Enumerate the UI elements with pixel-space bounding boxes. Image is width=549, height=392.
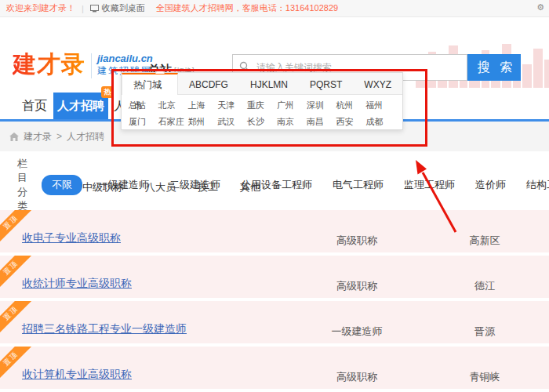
- nav-item-home[interactable]: 首页: [16, 93, 53, 119]
- filter-item-不限[interactable]: 不限: [42, 175, 82, 195]
- city-tab-WXYZ[interactable]: WXYZ: [353, 73, 402, 94]
- city-tab-热门城市[interactable]: 热门城市: [122, 73, 178, 95]
- city-link-西安[interactable]: 西安: [336, 116, 365, 128]
- city-tab-bar: 热门城市ABCDFGHJKLMNPQRSTWXYZ: [122, 73, 402, 95]
- top-bar: 欢迎来到建才录！ | 收藏到桌面 全国建筑人才招聘网，客服电话：13164102…: [0, 0, 549, 17]
- city-link-厦门[interactable]: 厦门: [129, 116, 158, 128]
- filter-item-其他[interactable]: 其他: [240, 180, 260, 194]
- filter-item-造价师[interactable]: 造价师: [475, 178, 506, 192]
- city-link-南昌[interactable]: 南昌: [307, 116, 336, 128]
- job-title-link[interactable]: 收电子专业高级职称: [22, 231, 121, 245]
- city-link-武汉[interactable]: 武汉: [217, 116, 247, 128]
- nav-item-jobs-label: 人才招聘: [57, 99, 104, 112]
- city-link-郑州[interactable]: 郑州: [188, 116, 218, 128]
- filter-item-中级职称[interactable]: 中级职称: [82, 180, 123, 194]
- job-category: 一级建造师: [314, 325, 400, 339]
- site-logo[interactable]: 建才录: [13, 49, 85, 81]
- home-icon[interactable]: [9, 132, 19, 141]
- category-filter-section: 栏目分类 不限一级建造师二级建造师公用设备工程师电气工程师监理工程师造价师结构工…: [0, 151, 549, 202]
- breadcrumb-current[interactable]: 人才招聘: [67, 130, 104, 143]
- city-tab-PQRST[interactable]: PQRST: [299, 73, 353, 94]
- logo-divider: [91, 53, 92, 78]
- city-link-石家庄[interactable]: 石家庄: [158, 116, 188, 128]
- filter-item-监理工程师[interactable]: 监理工程师: [404, 178, 455, 192]
- filter-item-八大员[interactable]: 八大员: [145, 180, 176, 194]
- job-listing-row: 置顶收统计师专业高级职称高级职称德江: [0, 256, 549, 298]
- city-link-上海[interactable]: 上海: [188, 100, 218, 111]
- job-listing-row: 置顶招聘三名铁路工程专业一级建造师一级建造师晋源: [0, 301, 549, 343]
- service-hotline-text: 全国建筑人才招聘网，客服电话：13164102829: [156, 2, 338, 14]
- job-location: 青铜峡: [455, 370, 514, 384]
- city-link-深圳[interactable]: 深圳: [307, 100, 336, 111]
- job-category: 高级职称: [314, 370, 400, 384]
- topbar-divider: |: [82, 4, 84, 13]
- filter-item-电气工程师[interactable]: 电气工程师: [333, 178, 384, 192]
- city-tab-ABCDFG[interactable]: ABCDFG: [178, 73, 239, 94]
- hot-badge: 热: [101, 86, 114, 98]
- city-link-总站[interactable]: 总站: [129, 100, 158, 111]
- city-list: 总站北京上海天津重庆广州深圳杭州福州厦门石家庄郑州武汉长沙南京南昌西安成都: [122, 95, 402, 130]
- city-dropdown-panel: 热门城市ABCDFGHJKLMNPQRSTWXYZ 总站北京上海天津重庆广州深圳…: [121, 72, 403, 130]
- city-link-杭州[interactable]: 杭州: [336, 100, 365, 111]
- filter-item-技工[interactable]: 技工: [198, 180, 218, 194]
- favorite-to-desktop-link[interactable]: 收藏到桌面: [90, 2, 145, 14]
- job-listing-row: 置顶收计算机专业高级职称高级职称青铜峡: [0, 347, 549, 389]
- job-listings: 置顶收电子专业高级职称高级职称高新区置顶收统计师专业高级职称高级职称德江置顶招聘…: [0, 202, 549, 392]
- city-row: 厦门石家庄郑州武汉长沙南京南昌西安成都: [129, 114, 395, 130]
- filter-item-结构工程师[interactable]: 结构工程师: [526, 178, 549, 192]
- breadcrumb-separator: >: [56, 131, 62, 142]
- job-location: 高新区: [455, 234, 514, 248]
- job-title-link[interactable]: 收计算机专业高级职称: [22, 368, 132, 382]
- city-link-北京[interactable]: 北京: [158, 100, 188, 111]
- job-title-link[interactable]: 收统计师专业高级职称: [22, 277, 132, 291]
- settings-icon[interactable]: ⚙: [536, 2, 544, 13]
- job-location: 德江: [455, 279, 514, 293]
- city-link-广州[interactable]: 广州: [277, 100, 307, 111]
- filter-row-2: 中级职称八大员技工其他: [82, 180, 282, 194]
- city-link-成都[interactable]: 成都: [365, 116, 395, 128]
- city-row: 总站北京上海天津重庆广州深圳杭州福州: [129, 97, 395, 114]
- search-button[interactable]: 搜 索: [467, 54, 521, 81]
- job-category: 高级职称: [314, 234, 400, 248]
- job-location: 晋源: [455, 325, 514, 339]
- favorite-label: 收藏到桌面: [102, 2, 145, 14]
- job-title-link[interactable]: 招聘三名铁路工程专业一级建造师: [22, 322, 187, 336]
- welcome-text: 欢迎来到建才录！: [6, 2, 75, 14]
- city-link-南京[interactable]: 南京: [277, 116, 307, 128]
- job-category: 高级职称: [314, 279, 400, 293]
- dropdown-caret-inner: [155, 68, 165, 74]
- monitor-icon: [90, 5, 99, 13]
- city-link-重庆[interactable]: 重庆: [247, 100, 277, 111]
- city-link-天津[interactable]: 天津: [217, 100, 247, 111]
- job-listing-row: 置顶收电子专业高级职称高级职称高新区: [0, 210, 549, 252]
- nav-item-jobs[interactable]: 人才招聘 热: [53, 93, 108, 119]
- city-tab-HJKLMN[interactable]: HJKLMN: [239, 73, 299, 94]
- breadcrumb-home[interactable]: 建才录: [24, 130, 52, 143]
- city-link-长沙[interactable]: 长沙: [247, 116, 277, 128]
- city-link-福州[interactable]: 福州: [365, 100, 395, 111]
